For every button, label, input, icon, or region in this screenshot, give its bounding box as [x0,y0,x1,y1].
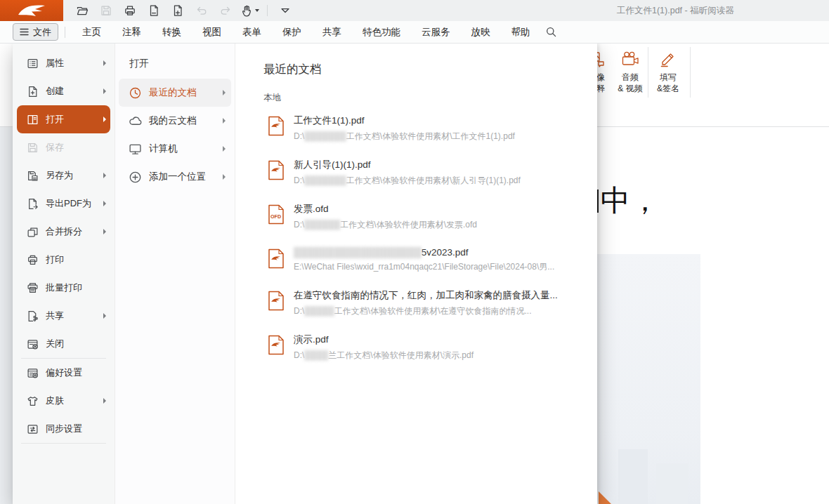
plus-circle-icon [129,171,142,184]
menu-tab-view[interactable]: 视图 [192,22,232,43]
document-embedded-image [597,254,700,504]
menu-tab-share[interactable]: 共享 [312,22,352,43]
floppy-icon [100,4,112,17]
undo-icon [195,4,208,17]
hamburger-icon [20,28,29,36]
openbook-icon [27,114,39,126]
file-menu-item-label: 合并拆分 [46,225,82,238]
file-menu-item-label: 另存为 [46,169,73,182]
open-panel: 打开 最近的文档我的云文档计算机添加一个位置 [115,44,235,504]
page-create-button[interactable] [169,2,187,19]
submenu-arrow-icon [223,146,226,152]
file-name: 工作文件1(1).pdf [294,114,515,127]
open-panel-item-recent-docs[interactable]: 最近的文档 [119,79,231,107]
menu-tab-cloud-service[interactable]: 云服务 [411,22,461,43]
open-panel-item-add-place[interactable]: 添加一个位置 [119,163,231,191]
file-menu-button[interactable]: 文件 [13,23,58,41]
page-extract-button[interactable] [145,2,163,19]
save-file-button [97,2,115,19]
ribbon-button-fill-sign[interactable]: 填写&签名 [652,48,684,94]
pdf-file-icon [268,291,285,311]
recent-documents-header: 最近的文档 [263,62,597,77]
redacted-text: ██████ [304,220,340,230]
foxit-logo [0,0,63,21]
merge-icon [27,226,39,238]
toolbar-separator [267,5,268,16]
recent-file-row-5[interactable]: 在遵守饮食指南的情况下，红肉，加工肉和家禽的膳食摄入量...D:\█████工作… [268,289,597,317]
file-path: D:\█████工作文档\体验软件使用素材\在遵守饮食指南的情况... [294,305,558,317]
redo-icon [219,4,232,17]
open-panel-item-cloud-docs[interactable]: 我的云文档 [119,107,231,135]
open-file-button[interactable] [73,2,91,19]
recent-file-row-4[interactable]: ███████████████████5v2023.pdfE:\WeChat F… [268,247,597,273]
ribbon-label-line: 填写 [660,72,677,83]
file-menu-item-label: 皮肤 [46,394,64,407]
open-panel-item-computer[interactable]: 计算机 [119,135,231,163]
image-detail [618,449,648,504]
recent-file-row-3[interactable]: OFD发票.ofdD:\██████工作文档\体验软件使用素材\发票.ofd [268,203,597,231]
print2-icon [27,254,39,266]
file-menu-item-skin[interactable]: 皮肤 [13,387,115,415]
file-menu-item-print[interactable]: 打印 [13,246,115,274]
file-menu-item-close[interactable]: 关闭 [13,330,115,358]
pencil-icon [659,48,677,69]
submenu-arrow-icon [103,313,106,319]
file-menu-item-create[interactable]: 创建 [13,77,115,105]
page-plus-icon [171,4,184,17]
file-name: ███████████████████5v2023.pdf [294,247,554,258]
redacted-text: ███████████████████ [294,247,422,258]
file-menu-item-label: 批量打印 [46,281,82,294]
file-menu-item-properties[interactable]: 属性 [13,49,115,77]
file-menu-item-save-as[interactable]: 另存为 [13,161,115,190]
image-detail-accent [599,491,611,504]
properties-icon [27,58,39,69]
print-button[interactable] [121,2,139,19]
file-menu-item-merge-split[interactable]: 合并拆分 [13,218,115,246]
redacted-text: ████ [304,350,328,360]
recent-file-row-6[interactable]: 演示.pdfD:\████兰工作文档\体验软件使用素材\演示.pdf [268,333,597,362]
file-menu-item-export-pdf[interactable]: 导出PDF为 [13,190,115,218]
video-cam-icon [621,48,639,69]
menu-tab-special-features[interactable]: 特色功能 [352,22,411,43]
file-menu-sidebar: 属性创建打开保存另存为导出PDF为合并拆分打印批量打印共享关闭偏好设置皮肤同步设… [13,44,115,504]
search-button[interactable] [542,23,561,41]
submenu-arrow-icon [103,229,106,234]
submenu-arrow-icon [223,174,226,180]
submenu-arrow-icon [103,117,106,122]
recent-file-row-1[interactable]: 工作文件1(1).pdfD:\███████工作文档\体验软件使用素材\工作文件… [268,114,597,142]
menu-tab-presentation[interactable]: 放映 [461,22,501,43]
file-name: 新人引导(1)(1).pdf [294,159,521,171]
menu-tab-home[interactable]: 主页 [72,22,112,43]
title-bar: 工作文件1(1).pdf - 福昕阅读器 [0,0,829,21]
submenu-arrow-icon [223,118,226,124]
menu-tab-comment[interactable]: 注释 [112,22,152,43]
file-menu-item-preferences[interactable]: 偏好设置 [13,359,115,387]
menubar-separator [65,27,65,38]
open-panel-item-label: 我的云文档 [149,114,197,127]
menu-tab-convert[interactable]: 转换 [152,22,192,43]
recent-file-row-2[interactable]: 新人引导(1)(1).pdfD:\███████工作文档\体验软件使用素材\新人… [268,159,597,187]
file-menu-item-sync-settings[interactable]: 同步设置 [13,415,115,443]
document-heading-text: 中， [601,181,660,220]
redacted-text: ███████ [304,175,346,185]
hand-tool-button[interactable] [240,2,259,19]
menu-tab-protect[interactable]: 保护 [272,22,312,43]
customize-toolbar-button[interactable] [276,2,294,19]
menu-tab-help[interactable]: 帮助 [501,22,541,43]
file-menu-item-share[interactable]: 共享 [13,302,115,330]
ribbon-separator [648,47,648,98]
search-icon [545,26,557,38]
file-path: D:\███████工作文档\体验软件使用素材\工作文件1(1).pdf [294,131,515,142]
ribbon-button-audio-video[interactable]: 音频& 视频 [613,48,648,94]
pdf-file-icon [268,116,285,136]
recent-file-list: 工作文件1(1).pdfD:\███████工作文档\体验软件使用素材\工作文件… [268,114,597,362]
file-menu-item-batch-print[interactable]: 批量打印 [13,274,115,302]
redacted-text: █████ [304,306,334,316]
monitor-icon [129,142,142,156]
local-group-label: 本地 [263,92,597,104]
menu-tab-form[interactable]: 表单 [232,22,272,43]
file-menu-item-open[interactable]: 打开 [17,105,110,133]
file-name: 发票.ofd [294,203,477,215]
ofd-file-icon: OFD [268,204,285,225]
ribbon-label-line: &签名 [657,83,679,94]
